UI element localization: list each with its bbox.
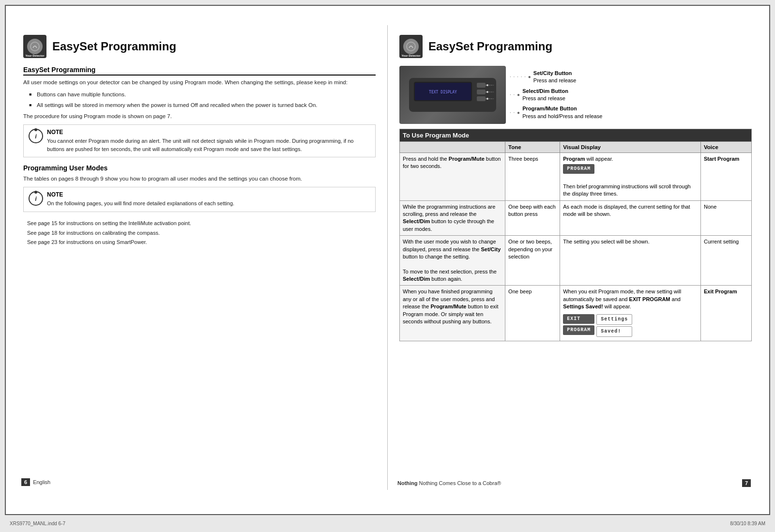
right-page-header: Your Detector EasySet Programming bbox=[399, 35, 752, 58]
btn-dots-2: · · ● bbox=[510, 91, 520, 98]
col-header-visual: Visual Display bbox=[560, 142, 701, 153]
svg-rect-6 bbox=[477, 83, 486, 88]
outer-frame: Your Detector EasySet Programming EasySe… bbox=[5, 5, 770, 515]
table-row-3: With the user mode you wish to change di… bbox=[400, 236, 752, 286]
svg-point-14 bbox=[486, 98, 488, 100]
btn-label-text-3: Program/Mute Button Press and hold/Press… bbox=[522, 105, 602, 120]
page-left: Your Detector EasySet Programming EasySe… bbox=[12, 25, 388, 490]
row4-tone: One beep bbox=[505, 286, 560, 341]
right-footer-tagline: Nothing Nothing Comes Close to a Cobra® bbox=[397, 480, 501, 486]
btn-label-text-2: Select/Dim Button Press and release bbox=[522, 88, 568, 103]
detector-label-right: Your Detector bbox=[399, 54, 423, 57]
svg-text:TEXT DISPLAY: TEXT DISPLAY bbox=[429, 90, 457, 94]
row1-voice: Start Program bbox=[700, 153, 751, 201]
note-content-2: NOTE On the following pages, you will fi… bbox=[47, 191, 370, 208]
device-image: TEXT DISPLAY bbox=[399, 66, 506, 124]
note-box-2: i NOTE On the following pages, you will … bbox=[23, 187, 376, 212]
right-page-num: 7 bbox=[742, 479, 751, 487]
device-image-area: TEXT DISPLAY bbox=[399, 66, 752, 124]
svg-point-13 bbox=[486, 91, 488, 93]
btn-dots-3: · · ● bbox=[510, 109, 520, 116]
row4-visual: When you exit Program mode, the new sett… bbox=[560, 286, 701, 341]
btn-label-text-1: Set/City Button Press and release bbox=[533, 70, 577, 85]
logo-inner-right bbox=[403, 39, 419, 54]
btn-label-program-mute: · · ● Program/Mute Button Press and hold… bbox=[510, 105, 752, 120]
see-page-3: See page 23 for instructions on using Sm… bbox=[27, 238, 376, 247]
row3-action: With the user mode you wish to change di… bbox=[400, 236, 505, 286]
row4-action: When you have finished programming any o… bbox=[400, 286, 505, 341]
left-footer-text: English bbox=[33, 479, 50, 485]
svg-point-1 bbox=[407, 42, 415, 51]
row2-tone: One beep with each button press bbox=[505, 200, 560, 236]
note-content-1: NOTE You cannot enter Program mode durin… bbox=[47, 129, 370, 153]
note-text-2: On the following pages, you will find mo… bbox=[47, 199, 370, 208]
device-placeholder: TEXT DISPLAY bbox=[399, 66, 506, 124]
row1-visual: Program will appear. PROGRAM Then brief … bbox=[560, 153, 701, 201]
row1-tone: Three beeps bbox=[505, 153, 560, 201]
left-page-header: Your Detector EasySet Programming bbox=[23, 35, 376, 58]
cobra-icon bbox=[30, 41, 40, 52]
detector-logo-right: Your Detector bbox=[399, 35, 423, 58]
section2-title: Programming User Modes bbox=[23, 164, 376, 172]
program-table: To Use Program Mode Tone Visual Display … bbox=[399, 129, 752, 341]
svg-rect-8 bbox=[477, 96, 486, 101]
row1-action: Press and hold the Program/Mute button f… bbox=[400, 153, 505, 201]
bullet-item-1: Buttons can have multiple functions. bbox=[29, 91, 376, 99]
table-main-header: To Use Program Mode bbox=[400, 129, 752, 142]
cobra-icon-right bbox=[406, 41, 416, 52]
note-text-1: You cannot enter Program mode during an … bbox=[47, 137, 370, 153]
note-icon-1: i bbox=[29, 129, 43, 143]
right-page-footer: Nothing Nothing Comes Close to a Cobra® … bbox=[397, 480, 754, 486]
lcd-col2: Settings Saved! bbox=[596, 313, 632, 338]
bullet-list: Buttons can have multiple functions. All… bbox=[29, 91, 376, 109]
section1-body1: All user mode settings on your detector … bbox=[23, 78, 376, 87]
lcd-settings: Settings bbox=[596, 314, 632, 325]
table-row-4: When you have finished programming any o… bbox=[400, 286, 752, 341]
lcd-program: PROGRAM bbox=[563, 164, 594, 174]
svg-rect-7 bbox=[477, 90, 486, 94]
row2-action: While the programming instructions are s… bbox=[400, 200, 505, 236]
row2-voice: None bbox=[700, 200, 751, 236]
row3-visual: The setting you select will be shown. bbox=[560, 236, 701, 286]
row3-voice: Current setting bbox=[700, 236, 751, 286]
table-row-2: While the programming instructions are s… bbox=[400, 200, 752, 236]
table-row-1: Press and hold the Program/Mute button f… bbox=[400, 153, 752, 201]
left-page-title: EasySet Programming bbox=[52, 40, 176, 53]
bullet-item-2: All settings will be stored in memory wh… bbox=[29, 101, 376, 109]
btn-label-set-city: · · · · · ● Set/City Button Press and re… bbox=[510, 70, 752, 85]
see-page-2: See page 18 for instructions on calibrat… bbox=[27, 228, 376, 238]
button-labels-container: · · · · · ● Set/City Button Press and re… bbox=[510, 66, 752, 124]
section1-title: EasySet Programming bbox=[23, 66, 376, 76]
left-page-num: 6 bbox=[21, 478, 30, 486]
svg-point-12 bbox=[486, 84, 488, 86]
section2-body: The tables on pages 8 through 9 show you… bbox=[23, 175, 376, 183]
col-header-action bbox=[400, 142, 505, 153]
row2-visual: As each mode is displayed, the current s… bbox=[560, 200, 701, 236]
btn-dots-1: · · · · · ● bbox=[510, 74, 532, 80]
note-icon-2: i bbox=[29, 191, 43, 206]
left-page-footer: 6 English bbox=[21, 478, 378, 486]
page-right: Your Detector EasySet Programming TEXT D… bbox=[388, 25, 763, 490]
file-info: XRS9770_MANL.indd 6-7 bbox=[10, 521, 65, 526]
device-svg: TEXT DISPLAY bbox=[404, 68, 501, 122]
detector-label-left: Your Detector bbox=[23, 54, 46, 57]
date-info: 8/30/10 8:39 AM bbox=[730, 521, 765, 526]
lcd-container: EXIT PROGRAM Settings Saved! bbox=[563, 313, 698, 338]
note-title-1: NOTE bbox=[47, 129, 370, 136]
pages-container: Your Detector EasySet Programming EasySe… bbox=[12, 25, 763, 490]
row3-tone: One or two beeps, depending on your sele… bbox=[505, 236, 560, 286]
row4-voice: Exit Program bbox=[700, 286, 751, 341]
lcd-exit: EXIT bbox=[563, 314, 594, 324]
col-header-tone: Tone bbox=[505, 142, 560, 153]
detector-logo-left: Your Detector bbox=[23, 35, 46, 58]
btn-label-select-dim: · · ● Select/Dim Button Press and releas… bbox=[510, 88, 752, 103]
section1-body2: The procedure for using Program mode is … bbox=[23, 112, 376, 121]
note-title-2: NOTE bbox=[47, 191, 370, 198]
see-page-block: See page 15 for instructions on setting … bbox=[23, 216, 376, 250]
note-box-1: i NOTE You cannot enter Program mode dur… bbox=[23, 124, 376, 157]
lcd-program2: PROGRAM bbox=[563, 325, 594, 335]
logo-inner bbox=[27, 39, 43, 54]
lcd-col1: EXIT PROGRAM bbox=[563, 313, 594, 338]
svg-point-0 bbox=[30, 42, 39, 51]
see-page-1: See page 15 for instructions on setting … bbox=[27, 219, 376, 228]
